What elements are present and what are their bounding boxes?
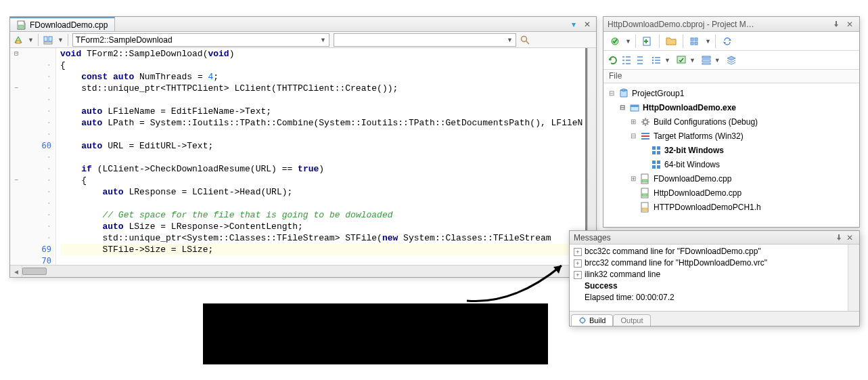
chevron-down-icon[interactable]: ▼	[689, 57, 695, 64]
code-line[interactable]: {	[60, 175, 596, 186]
tab-close-icon[interactable]: ✕	[581, 18, 593, 30]
code-line[interactable]	[60, 94, 596, 106]
project-toolbar-row1: ▼ ▼	[603, 32, 859, 51]
list-icon[interactable]	[651, 55, 662, 66]
fold-toggle-icon[interactable]: −	[10, 175, 22, 186]
activate-icon[interactable]	[608, 34, 622, 49]
message-row[interactable]: +Elapsed time: 00:00:07.2	[570, 292, 859, 303]
chevron-down-icon[interactable]: ▼	[28, 37, 34, 43]
code-line[interactable]	[60, 152, 596, 163]
chevron-down-icon[interactable]: ▼	[705, 38, 711, 45]
code-line[interactable]: if (LClient->CheckDownloadResume(URL) ==…	[60, 163, 596, 175]
chevron-down-icon[interactable]: ▼	[714, 57, 721, 64]
expand-icon[interactable]: +	[574, 271, 582, 279]
collapse-tree-icon[interactable]	[635, 55, 645, 66]
messages-tab-build[interactable]: Build	[571, 314, 613, 326]
close-icon[interactable]: ✕	[844, 232, 855, 243]
tree-row[interactable]: ⊞Build Configurations (Debug)	[608, 114, 858, 129]
sync-view-icon[interactable]	[43, 35, 53, 45]
nav-member-combobox[interactable]: ▼	[334, 33, 516, 47]
nav-symbol-combobox[interactable]: TForm2::SampleDownload ▼	[72, 33, 329, 47]
horizontal-scrollbar[interactable]: ◂ ▸	[10, 265, 596, 277]
pin-icon[interactable]	[831, 19, 842, 30]
message-row[interactable]: +bcc32c command line for "FDownloadDemo.…	[570, 246, 859, 257]
tree-twisty-icon[interactable]: ⊟	[618, 101, 626, 114]
tree-row[interactable]: HttpDownloadDemo.cpp	[608, 186, 858, 200]
code-line[interactable]: STFile->Size = LSize;	[60, 244, 596, 255]
svg-rect-44	[642, 194, 647, 196]
code-line[interactable]: std::unique_ptr<System::Classes::TFileSt…	[60, 232, 596, 244]
tree-twisty-icon[interactable]: ⊟	[629, 129, 637, 143]
refresh-icon[interactable]	[608, 55, 618, 66]
code-line[interactable]: {	[60, 60, 596, 71]
add-new-icon[interactable]	[640, 34, 655, 49]
code-line[interactable]: auto URL = EditURL->Text;	[60, 140, 596, 152]
code-body[interactable]: void TForm2::SampleDownload(void){ const…	[56, 48, 596, 265]
code-line[interactable]: auto LResponse = LClient->Head(URL);	[60, 186, 596, 198]
code-line[interactable]: auto LFileName = EditFileName->Text;	[60, 106, 596, 117]
editor-tab-label: FDownloadDemo.cpp	[30, 20, 108, 30]
svg-rect-39	[652, 165, 656, 169]
tree-row[interactable]: HTTPDownloadDemoPCH1.h	[608, 200, 858, 214]
tree-row[interactable]: ⊟HttpDownloadDemo.exe	[608, 100, 858, 114]
sync-icon[interactable]	[720, 34, 735, 49]
project-tree-column-header[interactable]: File	[603, 70, 859, 83]
messages-titlebar: Messages ✕	[570, 231, 859, 245]
message-text: Elapsed time: 00:00:07.2	[585, 292, 675, 303]
svg-rect-13	[691, 42, 693, 45]
structure-view-icon[interactable]	[13, 35, 24, 45]
view-options-icon[interactable]	[687, 34, 702, 49]
pin-icon[interactable]	[833, 232, 844, 243]
search-icon[interactable]	[520, 35, 530, 45]
editor-file-tab[interactable]: FDownloadDemo.cpp	[10, 17, 115, 31]
annotation-caption-block	[203, 303, 548, 364]
line-number: ·	[22, 94, 55, 106]
project-manager-title: HttpDownloadDemo.cbproj - Project M…	[608, 20, 828, 29]
code-line[interactable]: void TForm2::SampleDownload(void)	[60, 48, 596, 60]
expand-tree-icon[interactable]	[621, 55, 632, 66]
expand-icon[interactable]: +	[574, 259, 582, 268]
scroll-left-arrow-icon[interactable]: ◂	[10, 266, 22, 277]
chevron-down-icon[interactable]: ▼	[58, 37, 64, 43]
tree-row[interactable]: 32-bit Windows	[608, 143, 858, 157]
fold-toggle-icon[interactable]: −	[10, 83, 22, 94]
code-line[interactable]	[60, 198, 596, 209]
code-line[interactable]	[60, 255, 596, 265]
svg-point-19	[652, 59, 654, 60]
svg-rect-34	[657, 146, 660, 150]
message-row[interactable]: +ilink32 command line	[570, 269, 859, 280]
layers-icon[interactable]	[726, 55, 737, 66]
tree-row[interactable]: ⊞FDownloadDemo.cpp	[608, 171, 858, 186]
tree-twisty-icon[interactable]: ⊞	[629, 115, 637, 129]
expand-icon[interactable]: +	[574, 248, 582, 256]
chevron-down-icon[interactable]: ▼	[664, 57, 670, 64]
svg-rect-28	[631, 105, 639, 107]
svg-point-20	[652, 62, 654, 63]
code-line[interactable]	[60, 129, 596, 140]
code-line[interactable]: // Get space for the file that is going …	[60, 209, 596, 221]
chevron-down-icon[interactable]: ▼	[625, 38, 631, 45]
tree-row[interactable]: ⊟Target Platforms (Win32)	[608, 129, 858, 143]
scroll-thumb[interactable]	[22, 268, 47, 275]
close-icon[interactable]: ✕	[844, 19, 855, 30]
tree-twisty-icon[interactable]: ⊟	[608, 87, 616, 100]
tab-dropdown-chevron-icon[interactable]: ▾	[568, 18, 580, 30]
code-line[interactable]: auto LPath = System::Ioutils::TPath::Com…	[60, 117, 596, 129]
folder-icon[interactable]	[664, 34, 679, 49]
tree-twisty-icon[interactable]: ⊞	[629, 172, 637, 186]
code-line[interactable]: std::unique_ptr<THTTPClient> LClient(THT…	[60, 83, 596, 94]
code-line[interactable]: auto LSize = LResponse->ContentLength;	[60, 221, 596, 232]
exe-icon	[629, 102, 640, 113]
tree-row[interactable]: 64-bit Windows	[608, 157, 858, 171]
svg-rect-24	[702, 63, 710, 64]
code-line[interactable]: const auto NumThreads = 4;	[60, 71, 596, 83]
filter-icon[interactable]	[676, 55, 687, 66]
fold-toggle-icon[interactable]: ⊟	[10, 48, 22, 60]
message-row[interactable]: +brcc32 command line for "HttpDownloadDe…	[570, 257, 859, 269]
svg-rect-12	[695, 38, 698, 41]
tree-row[interactable]: ⊟ProjectGroup1	[608, 86, 858, 100]
messages-body: +bcc32c command line for "FDownloadDemo.…	[570, 245, 859, 311]
messages-tab-output[interactable]: Output	[613, 314, 650, 326]
build-order-icon[interactable]	[701, 55, 712, 66]
message-row[interactable]: +Success	[570, 280, 859, 292]
